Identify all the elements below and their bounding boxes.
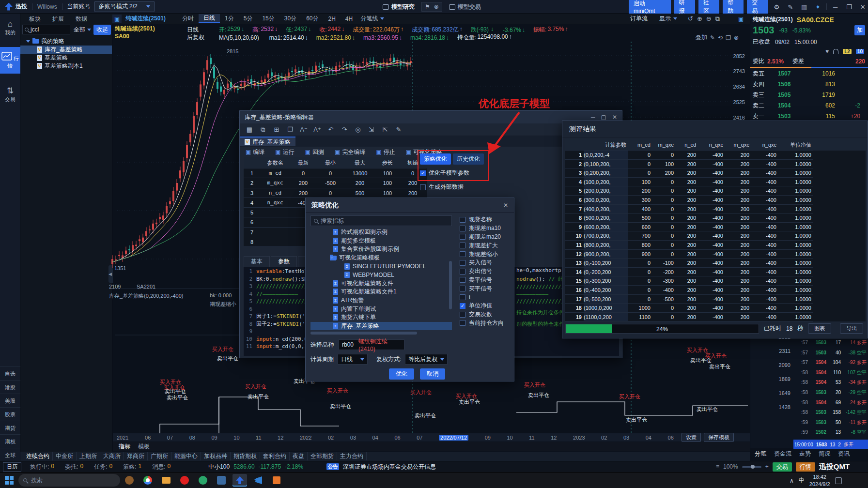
list-icon[interactable]: ≡ [716,463,719,470]
output-field-option[interactable]: t [460,293,512,302]
sidebar-market-item[interactable]: 美股 [0,394,20,407]
strategy-optimize-button[interactable]: 策略优化 [420,153,451,165]
favorite-heart-icon[interactable]: ♥ [825,48,829,55]
account-mode-select[interactable]: 多账号模式 2/2 [94,1,155,12]
editor-toolbar-icon[interactable]: ▤ [245,125,254,134]
taskbar-app-trader[interactable] [269,474,284,487]
market-category-tab[interactable]: 夜盘 [290,452,308,460]
output-field-option[interactable]: 交易次数 [460,310,512,319]
sidebar-item-trade[interactable]: ⇅ 交易 [0,81,20,103]
strategy-file-item[interactable]: Σ 集合竞价选股回测示例 [310,245,452,254]
taskbar-search-input[interactable]: 搜索 [18,474,120,487]
last-tick-row[interactable]: 15:00:00 1503 13 2 多开 [793,440,868,449]
strategy-file-item[interactable]: Σ SINGLEFUTUREPYMODEL [310,262,452,271]
market-category-tab[interactable]: 郑商所 [124,452,148,460]
param-table-row[interactable]: 1m_cd0 0130001000 [244,168,427,178]
tick-row[interactable]: :58 1504 69 -24 多开 [793,398,868,408]
close-circle-icon[interactable]: ⊗ [434,3,439,10]
zoom-slider[interactable] [742,466,761,468]
panel-tab[interactable]: 板块 [23,14,46,24]
tab-model-research[interactable]: 模型研究 [383,3,415,11]
add-overlay-button[interactable]: 加 [854,25,865,35]
undo-icon[interactable]: ↺ [688,15,693,22]
results-table-row[interactable]: 1(0,0,200,-40 0200-400 200-4001.0000 [565,151,866,160]
status-counter[interactable]: 委托:0 [65,463,83,471]
period-tab[interactable]: 30分 [279,15,301,23]
zoom-out-icon[interactable]: ⊖ [706,15,712,22]
editor-run-action[interactable]: ▣编译 [246,148,264,156]
external-data-option[interactable]: 生成外部数据 [420,183,493,191]
tick-row[interactable]: :58 1503 158 -142 空平 [793,408,868,418]
close-button[interactable]: ✕ [858,3,868,11]
output-field-option[interactable]: 单位净值 [460,302,512,310]
editor-toolbar-icon[interactable]: ✎ [394,125,403,134]
market-category-tab[interactable]: 大商所 [100,452,124,460]
results-table-row[interactable]: 19(1100,0,2001100 0200-400 200-4001.0000 [565,313,866,322]
zoom-level[interactable]: 100% [723,463,738,470]
output-field-option[interactable]: 期现差ma20 [460,233,512,242]
sidebar-market-item[interactable]: 股票 [0,407,20,421]
market-category-tab[interactable]: 中金所 [53,452,77,460]
windows-start-icon[interactable] [5,476,14,485]
results-table-row[interactable]: 4(100,0,200,100 0200-400 200-4001.0000 [565,178,866,187]
quote-panel-tab[interactable]: 资讯 [835,450,852,458]
taskbar-clock[interactable]: 18:42 2024/9/2 [809,473,830,488]
indicator-tab[interactable]: 指标 [116,442,133,451]
taskbar-app-wechat[interactable] [196,474,210,487]
results-table-row[interactable]: 15(0,-300,2000 -300200-400 200-4001.0000 [565,276,866,286]
market-category-tab[interactable]: 期货期权 [231,452,260,460]
editor-toolbar-icon[interactable]: ↷ [340,125,349,134]
index-name[interactable]: 中小100 [208,463,230,471]
alert-bell-icon[interactable] [833,49,838,54]
output-field-option[interactable]: 期现差扩大 [460,241,512,250]
dialog-maximize-icon[interactable]: ▢ [601,114,606,121]
editor-run-action[interactable]: ▣停止 [376,148,395,156]
status-counter[interactable]: 策略:1 [123,463,141,471]
tree-scrollbar[interactable] [449,261,452,309]
output-field-option[interactable]: 期现差缩小 [460,250,512,259]
maximize-button[interactable]: ❐ [844,3,854,11]
editor-file-tab[interactable]: V 库存_基差策略 [240,137,295,146]
overlay-copy-icon[interactable]: ❐ [726,34,731,41]
taskbar-app-misc[interactable] [214,474,229,487]
minimize-button[interactable]: ─ [830,3,840,11]
ask-level-row[interactable]: 卖二 1504 602 -2 [750,100,868,111]
tick-row[interactable]: :57 1503 17 -14 多开 [793,338,868,348]
taskbar-app-chrome[interactable] [140,474,155,487]
period-tab[interactable]: 60分 [301,15,323,23]
quote-panel-tab[interactable]: 走势 [796,450,814,458]
results-table-row[interactable]: 16(0,-400,2000 -400200-400 200-4001.0000 [565,286,866,295]
tray-expand-icon[interactable]: ∧ [790,477,794,484]
edit-icon[interactable]: ✎ [785,3,795,11]
ime-language[interactable]: 中 [799,476,805,485]
optimizer-close-icon[interactable]: ✕ [503,202,508,209]
zoom-plus-icon[interactable]: + [765,463,769,470]
editor-bottom-tab[interactable]: 参数 [271,256,297,267]
tick-row[interactable]: :58 1503 20 -29 空平 [793,388,868,398]
strategy-tree-item[interactable]: V 库存_基差策略 [20,46,112,54]
period-tab[interactable]: 4H [341,15,357,22]
trade-mode-button[interactable]: 交易 [773,462,792,472]
editor-toolbar-icon[interactable]: ⧉ [258,125,268,134]
display-select[interactable]: 显示 [659,15,677,23]
quote-panel-tab[interactable]: 资金流 [771,450,794,458]
indicator-tab[interactable]: 模板 [135,442,153,451]
output-field-option[interactable]: 买平信号 [460,284,512,293]
sidebar-market-item[interactable]: 自选 [0,366,20,380]
flag-icon[interactable]: ⚑ [425,3,430,10]
market-category-tab[interactable]: 连续合约 [23,452,53,460]
strategy-file-item[interactable]: Σ 可视化新建策略文件 [310,279,452,288]
strategy-search[interactable]: jccl [22,25,70,34]
adjust-select[interactable]: 等比后复权 [405,354,448,365]
period-tab[interactable]: 5分 [239,15,258,23]
ask-level-row[interactable]: 卖三 1505 1719 [750,90,868,100]
period-tab[interactable]: 分时 [177,15,199,23]
tree-folder-my-strategies[interactable]: 我的策略 [20,37,112,46]
output-field-option[interactable]: 当前持仓方向 [460,319,512,328]
quote-mode-button[interactable]: 行情 [796,462,815,472]
strategy-file-item[interactable]: Σ 可视化新建策略文件1 [310,288,452,296]
orderflow-tab[interactable]: 订单流 [630,15,648,23]
period-tab[interactable]: 1分 [220,15,239,23]
taskbar-app-vscode[interactable] [251,474,265,487]
indicator-search-input[interactable]: 搜索指标 [310,215,452,226]
